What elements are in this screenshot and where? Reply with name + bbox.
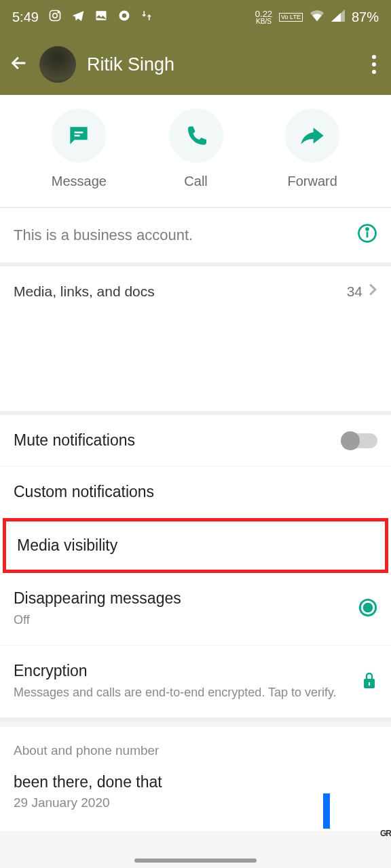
timer-icon [358,598,377,620]
encryption-row[interactable]: Encryption Messages and calls are end-to… [0,646,391,722]
business-text: This is a business account. [14,226,193,244]
chevron-right-icon [368,283,377,300]
message-label: Message [52,174,107,189]
disappearing-messages-row[interactable]: Disappearing messages Off [0,573,391,646]
custom-notifications-row[interactable]: Custom notifications [0,467,391,518]
mute-toggle[interactable] [342,433,377,448]
svg-point-10 [364,604,372,612]
image-icon [94,9,108,26]
mute-label: Mute notifications [14,431,135,450]
media-label: Media, links, and docs [14,283,155,300]
media-count: 34 [347,283,362,300]
circle-icon [117,9,131,26]
encryption-label: Encryption [14,662,348,680]
info-icon [357,223,377,248]
message-action[interactable]: Message [52,108,107,189]
svg-rect-12 [369,682,370,686]
lock-icon [361,671,377,692]
avatar[interactable] [39,46,76,83]
data-icon [141,9,153,25]
svg-point-8 [367,228,369,230]
about-status: been there, done that [14,773,377,791]
actions-row: Message Call Forward [0,95,391,208]
forward-label: Forward [287,174,337,189]
status-time: 5:49 [12,9,39,25]
media-visibility-label: Media visibility [17,536,117,555]
disappearing-label: Disappearing messages [14,589,181,608]
battery-text: 87% [352,9,379,25]
nav-pill [134,859,257,863]
encryption-sub: Messages and calls are end-to-end encryp… [14,684,348,701]
media-visibility-row[interactable]: Media visibility [6,521,385,570]
business-banner[interactable]: This is a business account. [0,208,391,267]
forward-icon [299,123,326,148]
svg-point-1 [53,13,58,18]
network-speed: 0.22 KB/S [255,9,272,25]
status-left: 5:49 [12,9,153,26]
instagram-icon [48,9,62,26]
message-icon [66,123,92,149]
header: Ritik Singh [0,34,391,95]
media-visibility-highlight: Media visibility [3,518,388,573]
volte-icon: Vo LTE [279,13,303,22]
forward-action[interactable]: Forward [285,108,339,189]
svg-point-2 [58,12,59,13]
call-label: Call [184,174,207,189]
call-action[interactable]: Call [169,108,223,189]
status-bar: 5:49 0.22 KB/S Vo LTE 87% [0,0,391,34]
settings-list: Mute notifications Custom notifications … [0,415,391,722]
media-links-docs[interactable]: Media, links, and docs 34 [0,267,391,313]
more-menu-icon[interactable] [367,55,381,74]
media-thumbnails-area [0,313,391,415]
status-right: 0.22 KB/S Vo LTE 87% [255,9,379,25]
wifi-icon [310,9,324,25]
contact-name[interactable]: Ritik Singh [87,54,356,75]
about-header: About and phone number [14,743,377,758]
svg-point-5 [122,13,127,18]
telegram-icon [71,9,85,26]
annotation-bar [323,793,330,829]
back-arrow-icon[interactable] [10,54,29,75]
disappearing-sub: Off [14,612,181,629]
watermark: GR [380,829,391,838]
mute-notifications-row[interactable]: Mute notifications [0,415,391,467]
about-section: About and phone number been there, done … [0,727,391,831]
custom-label: Custom notifications [14,483,154,501]
signal-icon [331,9,345,25]
phone-icon [184,123,208,148]
